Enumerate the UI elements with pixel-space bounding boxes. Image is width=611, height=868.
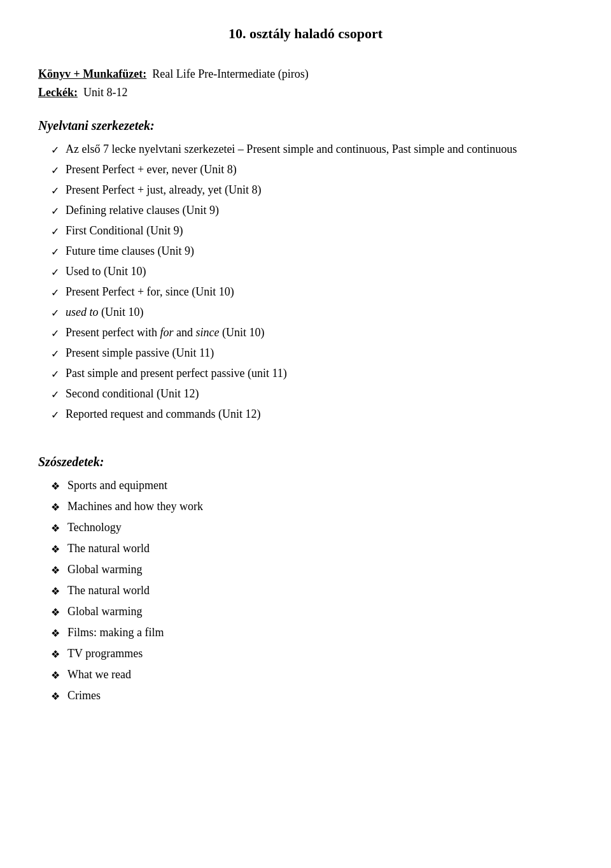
grammar-item-text: used to (Unit 10) [66, 304, 573, 321]
vocab-section: Szószedetek: ❖Sports and equipment❖Machi… [38, 455, 573, 704]
vocab-item-text: Machines and how they work [67, 498, 573, 515]
vocab-heading: Szószedetek: [38, 455, 573, 469]
vocab-item-text: The natural world [67, 540, 573, 557]
grammar-item-text: Reported request and commands (Unit 12) [66, 406, 573, 423]
check-icon: ✓ [51, 163, 59, 178]
diamond-icon: ❖ [51, 626, 60, 641]
vocab-item-text: The natural world [67, 582, 573, 599]
diamond-icon: ❖ [51, 542, 60, 557]
vocab-item-text: Films: making a film [67, 624, 573, 641]
grammar-list-item: ✓used to (Unit 10) [51, 304, 573, 321]
vocab-item-text: TV programmes [67, 645, 573, 662]
vocab-list-item: ❖The natural world [51, 582, 573, 599]
grammar-item-text: Present Perfect + for, since (Unit 10) [66, 283, 573, 301]
check-icon: ✓ [51, 346, 59, 362]
vocab-list-item: ❖Crimes [51, 687, 573, 704]
vocab-list-item: ❖Technology [51, 519, 573, 536]
check-icon: ✓ [51, 245, 59, 260]
grammar-list-item: ✓Used to (Unit 10) [51, 263, 573, 280]
grammar-item-text: Future time clauses (Unit 9) [66, 243, 573, 260]
grammar-item-text: Az első 7 lecke nyelvtani szerkezetei – … [66, 141, 573, 158]
diamond-icon: ❖ [51, 647, 60, 662]
vocab-item-text: What we read [67, 666, 573, 683]
check-icon: ✓ [51, 326, 59, 341]
leckek-label: Leckék: [38, 86, 78, 99]
vocab-list-item: ❖TV programmes [51, 645, 573, 662]
check-icon: ✓ [51, 387, 59, 402]
diamond-icon: ❖ [51, 689, 60, 704]
vocab-list-item: ❖Global warming [51, 603, 573, 620]
grammar-list-item: ✓Az első 7 lecke nyelvtani szerkezetei –… [51, 141, 573, 158]
grammar-item-text: Second conditional (Unit 12) [66, 385, 573, 402]
grammar-item-text: Present Perfect + just, already, yet (Un… [66, 181, 573, 199]
grammar-list: ✓Az első 7 lecke nyelvtani szerkezetei –… [38, 141, 573, 423]
book-label: Könyv + Munkafüzet: [38, 68, 146, 80]
diamond-icon: ❖ [51, 584, 60, 599]
vocab-list-item: ❖Global warming [51, 561, 573, 578]
check-icon: ✓ [51, 204, 59, 219]
vocab-list-item: ❖What we read [51, 666, 573, 683]
grammar-item-text: Past simple and present perfect passive … [66, 365, 573, 382]
book-value: Real Life Pre-Intermediate (piros) [152, 68, 308, 80]
grammar-list-item: ✓Present Perfect + for, since (Unit 10) [51, 283, 573, 301]
grammar-list-item: ✓Defining relative clauses (Unit 9) [51, 202, 573, 219]
check-icon: ✓ [51, 408, 59, 423]
grammar-item-text: First Conditional (Unit 9) [66, 222, 573, 239]
grammar-list-item: ✓Present Perfect + just, already, yet (U… [51, 181, 573, 199]
grammar-item-text: Present perfect with for and since (Unit… [66, 324, 573, 341]
diamond-icon: ❖ [51, 500, 60, 515]
page-title: 10. osztály haladó csoport [38, 25, 573, 42]
check-icon: ✓ [51, 265, 59, 280]
diamond-icon: ❖ [51, 563, 60, 578]
book-line: Könyv + Munkafüzet: Real Life Pre-Interm… [38, 68, 573, 81]
vocab-list: ❖Sports and equipment❖Machines and how t… [38, 477, 573, 704]
grammar-heading: Nyelvtani szerkezetek: [38, 118, 573, 133]
grammar-list-item: ✓Present simple passive (Unit 11) [51, 345, 573, 362]
leckek-value: Unit 8-12 [83, 86, 128, 99]
vocab-list-item: ❖The natural world [51, 540, 573, 557]
grammar-item-text: Used to (Unit 10) [66, 263, 573, 280]
grammar-list-item: ✓Reported request and commands (Unit 12) [51, 406, 573, 423]
diamond-icon: ❖ [51, 605, 60, 620]
vocab-list-item: ❖Films: making a film [51, 624, 573, 641]
leckek-line: Leckék: Unit 8-12 [38, 86, 573, 99]
check-icon: ✓ [51, 183, 59, 199]
grammar-item-text: Present Perfect + ever, never (Unit 8) [66, 161, 573, 178]
vocab-item-text: Global warming [67, 561, 573, 578]
grammar-list-item: ✓Past simple and present perfect passive… [51, 365, 573, 382]
grammar-list-item: ✓Present Perfect + ever, never (Unit 8) [51, 161, 573, 178]
vocab-list-item: ❖Machines and how they work [51, 498, 573, 515]
grammar-section: Nyelvtani szerkezetek: ✓Az első 7 lecke … [38, 118, 573, 423]
grammar-item-text: Defining relative clauses (Unit 9) [66, 202, 573, 219]
grammar-list-item: ✓Present perfect with for and since (Uni… [51, 324, 573, 341]
check-icon: ✓ [51, 285, 59, 301]
vocab-item-text: Global warming [67, 603, 573, 620]
diamond-icon: ❖ [51, 479, 60, 494]
vocab-item-text: Technology [67, 519, 573, 536]
vocab-list-item: ❖Sports and equipment [51, 477, 573, 494]
diamond-icon: ❖ [51, 521, 60, 536]
check-icon: ✓ [51, 367, 59, 382]
diamond-icon: ❖ [51, 668, 60, 683]
check-icon: ✓ [51, 306, 59, 321]
grammar-list-item: ✓Second conditional (Unit 12) [51, 385, 573, 402]
vocab-item-text: Sports and equipment [67, 477, 573, 494]
check-icon: ✓ [51, 224, 59, 239]
grammar-list-item: ✓Future time clauses (Unit 9) [51, 243, 573, 260]
vocab-item-text: Crimes [67, 687, 573, 704]
grammar-list-item: ✓First Conditional (Unit 9) [51, 222, 573, 239]
grammar-item-text: Present simple passive (Unit 11) [66, 345, 573, 362]
check-icon: ✓ [51, 143, 59, 158]
